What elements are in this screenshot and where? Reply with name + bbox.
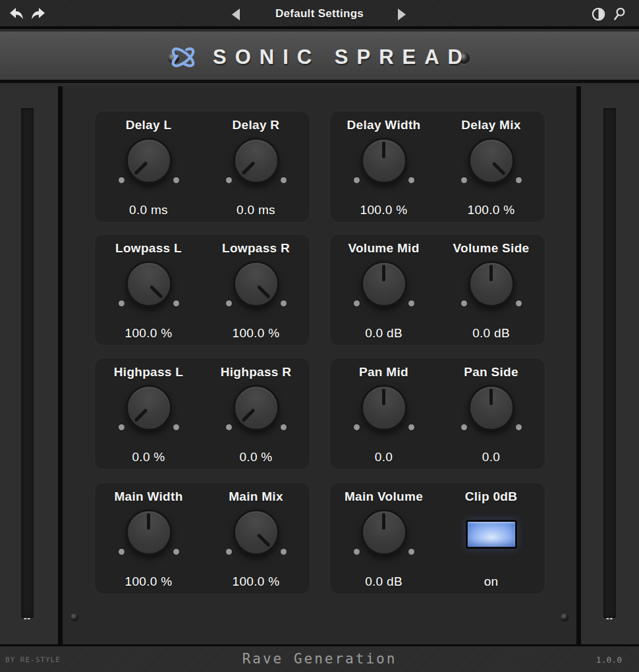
knob-cell: Main Mix 100.0 % <box>202 483 310 594</box>
knob-lowpass-l[interactable] <box>99 257 198 320</box>
knob-value: 0.0 <box>375 450 393 464</box>
knob-value: 0.0 dB <box>365 326 403 341</box>
footer-bar: BY RE-STYLE Rave Generation 1.0.0 <box>0 644 639 672</box>
knob-min-dot <box>226 424 232 430</box>
knob-min-dot <box>226 549 232 555</box>
left-meter-value: -- <box>21 613 34 623</box>
knob-cell: Volume Mid 0.0 dB <box>330 235 437 345</box>
knob-face <box>126 138 172 184</box>
knob-max-dot <box>516 424 522 430</box>
knob-cell: Delay Width 100.0 % <box>330 111 437 222</box>
delay-width-mix-group: Delay Width 100.0 % Delay Mix <box>329 111 545 223</box>
product-name: Rave Generation <box>0 651 639 667</box>
knob-value: 100.0 % <box>233 574 280 589</box>
screw-icon <box>561 613 569 621</box>
knob-main-mix[interactable] <box>207 505 306 569</box>
knob-max-dot <box>173 300 179 306</box>
knob-min-dot <box>354 549 360 555</box>
knob-volume-mid[interactable] <box>335 257 433 320</box>
knob-highpass-l[interactable] <box>99 381 198 444</box>
knob-value: 0.0 % <box>239 450 272 464</box>
knob-max-dot <box>173 549 179 555</box>
knob-delay-r[interactable] <box>207 134 306 197</box>
knob-face <box>361 385 407 431</box>
preset-next-button[interactable] <box>398 9 406 20</box>
clip-label: Clip 0dB <box>465 488 517 505</box>
knob-pointer <box>257 285 271 298</box>
knob-pointer <box>257 533 271 547</box>
knob-max-dot <box>281 300 287 306</box>
left-level-meter <box>21 108 34 618</box>
knob-max-dot <box>281 424 287 430</box>
knob-min-dot <box>119 424 125 430</box>
knob-face <box>361 509 407 555</box>
knob-label: Pan Side <box>464 364 518 381</box>
knob-pan-mid[interactable] <box>335 381 433 444</box>
knob-pointer <box>134 408 148 422</box>
knob-value: 100.0 % <box>468 203 515 217</box>
clip-toggle-button[interactable] <box>466 520 517 549</box>
knob-value: 0.0 dB <box>472 326 510 341</box>
knob-pointer <box>147 513 150 530</box>
knob-face <box>126 261 172 307</box>
knob-pointer <box>489 389 493 405</box>
knob-min-dot <box>226 177 232 183</box>
lowpass-group: Lowpass L 100.0 % Lowpass R 10 <box>94 234 310 346</box>
knob-face <box>126 385 172 431</box>
knob-pointer <box>241 408 255 422</box>
knob-lowpass-r[interactable] <box>207 257 306 320</box>
knob-label: Main Volume <box>345 488 423 505</box>
knob-label: Pan Mid <box>359 364 408 381</box>
knob-pointer <box>382 389 385 405</box>
knob-min-dot <box>461 424 467 430</box>
knob-max-dot <box>516 300 522 306</box>
knob-cell: Pan Mid 0.0 <box>330 358 437 469</box>
knob-pointer <box>150 285 163 298</box>
contrast-icon[interactable] <box>591 7 606 22</box>
clip-state-value: on <box>484 574 499 589</box>
sonic-spread-plugin-window: Default Settings <box>0 0 639 672</box>
magnifier-icon[interactable] <box>612 7 627 22</box>
knob-min-dot <box>461 177 467 183</box>
pan-mid-side-group: Pan Mid 0.0 Pan Side 0.0 <box>329 358 545 470</box>
knob-face <box>468 138 514 184</box>
knob-delay-l[interactable] <box>99 134 198 197</box>
knob-max-dot <box>281 177 287 183</box>
knob-face <box>468 385 514 431</box>
preset-name[interactable]: Default Settings <box>0 0 639 28</box>
knob-face <box>233 138 279 184</box>
knob-face <box>361 261 407 307</box>
knob-cell: Delay Mix 100.0 % <box>437 111 545 222</box>
knob-main-width[interactable] <box>99 505 198 569</box>
knob-cell: Main Width 100.0 % <box>95 483 202 594</box>
knob-pointer <box>382 142 385 158</box>
knob-volume-side[interactable] <box>442 257 541 320</box>
knob-pan-side[interactable] <box>442 381 541 444</box>
knob-highpass-r[interactable] <box>207 381 306 444</box>
knob-label: Main Width <box>114 488 182 505</box>
knob-value: 0.0 dB <box>365 574 403 589</box>
volume-mid-side-group: Volume Mid 0.0 dB Volume Side <box>329 234 545 346</box>
knob-face <box>233 385 279 431</box>
knob-cell: Highpass L 0.0 % <box>95 358 202 469</box>
knob-min-dot <box>354 424 360 430</box>
knob-cell: Lowpass R 100.0 % <box>202 235 310 345</box>
plugin-title: SONIC SPREAD <box>213 45 471 69</box>
knob-delay-width[interactable] <box>335 134 433 197</box>
knob-pointer <box>241 161 255 175</box>
clip-toggle-wrap <box>442 505 541 569</box>
knob-main-volume[interactable] <box>335 505 433 569</box>
knob-cell: Delay L 0.0 ms <box>95 111 202 222</box>
knob-max-dot <box>408 177 414 183</box>
knob-min-dot <box>461 300 467 306</box>
knob-cell: Main Volume 0.0 dB <box>330 483 437 594</box>
screw-icon <box>70 613 78 621</box>
right-meter-value: -- <box>603 613 616 623</box>
knob-value: 0.0 <box>482 450 500 464</box>
knob-min-dot <box>119 177 125 183</box>
knob-min-dot <box>119 549 125 555</box>
knob-max-dot <box>173 424 179 430</box>
divider <box>58 86 63 644</box>
knob-delay-mix[interactable] <box>442 134 541 197</box>
knob-pointer <box>134 161 148 175</box>
